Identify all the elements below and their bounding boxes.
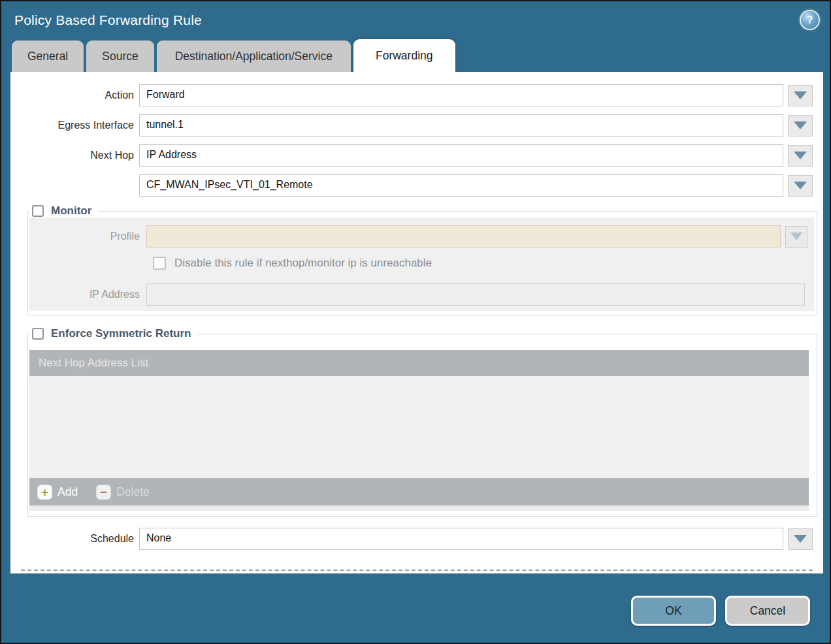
tab-forwarding[interactable]: Forwarding (353, 39, 455, 72)
schedule-row: Schedule None (10, 528, 823, 550)
action-dropdown-button[interactable] (788, 85, 813, 106)
monitor-panel: Profile Disable this rule if nexthop/mon… (29, 217, 814, 311)
next-hop-table-toolbar: + Add − Delete (29, 478, 809, 506)
monitor-group: Monitor Profile Disable this rule if nex… (27, 204, 817, 315)
disable-rule-label: Disable this rule if nexthop/monitor ip … (174, 257, 432, 270)
profile-row: Profile (29, 225, 814, 248)
next-hop-address-list-header: Next Hop Address List (29, 350, 809, 376)
action-row: Action Forward (10, 84, 823, 106)
next-hop-address-list-body[interactable] (29, 376, 809, 478)
tab-destination-application-service[interactable]: Destination/Application/Service (157, 40, 351, 72)
dialog-title: Policy Based Forwarding Rule (14, 12, 830, 28)
chevron-down-icon (790, 233, 802, 240)
add-icon: + (37, 485, 52, 500)
egress-interface-dropdown-button[interactable] (788, 115, 813, 137)
profile-label: Profile (29, 231, 146, 242)
resize-divider (21, 570, 813, 571)
egress-interface-label: Egress Interface (10, 120, 139, 131)
disable-rule-row: Disable this rule if nexthop/monitor ip … (153, 257, 814, 270)
monitor-group-title: Monitor (51, 204, 91, 217)
monitor-profile-dropdown-button (785, 226, 807, 248)
monitor-ip-row: IP Address (29, 283, 814, 306)
next-hop-dropdown-button[interactable] (788, 145, 813, 167)
schedule-dropdown-button[interactable] (788, 528, 813, 550)
enforce-symmetric-return-checkbox[interactable] (32, 328, 44, 340)
tab-source[interactable]: Source (86, 40, 154, 72)
delete-icon: − (96, 485, 111, 500)
next-hop-label: Next Hop (10, 150, 139, 161)
tab-bar: General Source Destination/Application/S… (12, 39, 830, 72)
next-hop-address-table: Next Hop Address List + Add − Delete (29, 350, 809, 511)
tab-general[interactable]: General (12, 40, 84, 72)
next-hop-address-row: CF_MWAN_IPsec_VTI_01_Remote (10, 174, 823, 197)
disable-rule-checkbox (153, 257, 166, 270)
next-hop-row: Next Hop IP Address (10, 144, 823, 167)
next-hop-table-footer (29, 506, 809, 511)
chevron-down-icon (794, 182, 807, 189)
next-hop-address-select[interactable]: CF_MWAN_IPsec_VTI_01_Remote (139, 174, 783, 197)
enforce-symmetric-return-title: Enforce Symmetric Return (51, 327, 191, 340)
egress-interface-row: Egress Interface tunnel.1 (10, 114, 823, 137)
chevron-down-icon (794, 535, 807, 543)
chevron-down-icon (794, 152, 807, 159)
cancel-button[interactable]: Cancel (725, 596, 810, 626)
delete-button: − Delete (96, 485, 150, 500)
action-select[interactable]: Forward (139, 84, 783, 106)
action-label: Action (10, 89, 139, 101)
help-icon[interactable]: ? (801, 11, 819, 29)
schedule-label: Schedule (10, 533, 139, 545)
chevron-down-icon (794, 121, 807, 129)
monitor-ip-label: IP Address (29, 289, 146, 300)
enforce-symmetric-return-group: Enforce Symmetric Return Next Hop Addres… (27, 327, 817, 517)
chevron-down-icon (794, 91, 807, 99)
dialog-titlebar: Policy Based Forwarding Rule ? (1, 1, 830, 39)
schedule-select[interactable]: None (139, 528, 783, 550)
monitor-ip-input (146, 283, 805, 306)
monitor-profile-select (146, 225, 781, 248)
monitor-checkbox[interactable] (32, 205, 44, 217)
egress-interface-select[interactable]: tunnel.1 (139, 114, 783, 137)
next-hop-type-select[interactable]: IP Address (139, 144, 783, 167)
ok-button[interactable]: OK (631, 596, 716, 626)
add-button[interactable]: + Add (37, 485, 78, 500)
dialog-footer: OK Cancel (631, 596, 810, 626)
forwarding-tab-panel: Action Forward Egress Interface tunnel.1… (10, 72, 823, 573)
next-hop-address-dropdown-button[interactable] (788, 175, 813, 197)
